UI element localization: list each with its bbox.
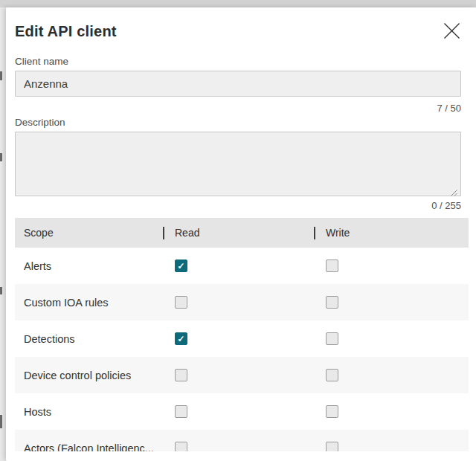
table-row: Actors (Falcon Intelligenc... xyxy=(15,430,469,451)
read-checkbox[interactable]: ✓ xyxy=(175,332,187,345)
scope-label: Actors (Falcon Intelligenc... xyxy=(15,442,164,452)
edit-api-client-modal: Edit API client Client name 7 / 50 Descr… xyxy=(6,7,476,461)
table-row: Custom IOA rules xyxy=(15,284,469,320)
column-header-write: Write xyxy=(315,227,469,239)
resize-handle-icon[interactable] xyxy=(450,187,458,195)
table-row: Hosts xyxy=(15,393,469,430)
scope-label: Detections xyxy=(15,333,164,345)
scope-label: Custom IOA rules xyxy=(15,297,164,309)
write-checkbox[interactable] xyxy=(326,296,338,309)
background-artifact xyxy=(0,153,2,161)
table-row: Detections ✓ xyxy=(15,320,469,357)
write-checkbox[interactable] xyxy=(326,405,338,418)
close-icon xyxy=(443,22,460,39)
table-row: Alerts ✓ xyxy=(15,248,469,284)
close-button[interactable] xyxy=(442,21,461,40)
description-textarea[interactable] xyxy=(15,132,461,196)
write-checkbox[interactable] xyxy=(326,369,338,381)
background-artifact xyxy=(0,287,2,294)
read-checkbox[interactable] xyxy=(175,296,187,309)
write-checkbox[interactable] xyxy=(326,259,338,272)
write-checkbox[interactable] xyxy=(326,442,338,451)
client-name-counter: 7 / 50 xyxy=(15,103,461,114)
description-label: Description xyxy=(15,117,65,128)
read-checkbox[interactable] xyxy=(175,369,187,381)
read-checkbox[interactable] xyxy=(175,405,187,418)
scope-label: Device control policies xyxy=(15,370,164,381)
scopes-table-body: Alerts ✓ Custom IOA rules Detections ✓ D… xyxy=(15,248,469,451)
read-checkbox[interactable]: ✓ xyxy=(175,259,187,272)
description-counter: 0 / 255 xyxy=(15,200,461,211)
background-artifact xyxy=(0,71,2,80)
column-header-read: Read xyxy=(164,227,314,239)
scope-label: Alerts xyxy=(15,260,164,272)
read-checkbox[interactable] xyxy=(175,442,187,451)
scopes-table: Scope Read Write Alerts ✓ Custom IOA rul… xyxy=(15,218,469,451)
page-background-top xyxy=(0,0,476,7)
write-checkbox[interactable] xyxy=(326,332,338,345)
scope-label: Hosts xyxy=(15,406,164,418)
client-name-label: Client name xyxy=(15,56,68,67)
modal-title: Edit API client xyxy=(15,23,117,40)
background-artifact xyxy=(0,415,2,428)
client-name-input[interactable] xyxy=(15,71,461,97)
column-header-scope: Scope xyxy=(15,227,163,239)
table-row: Device control policies xyxy=(15,357,469,393)
scopes-table-header: Scope Read Write xyxy=(15,218,469,248)
